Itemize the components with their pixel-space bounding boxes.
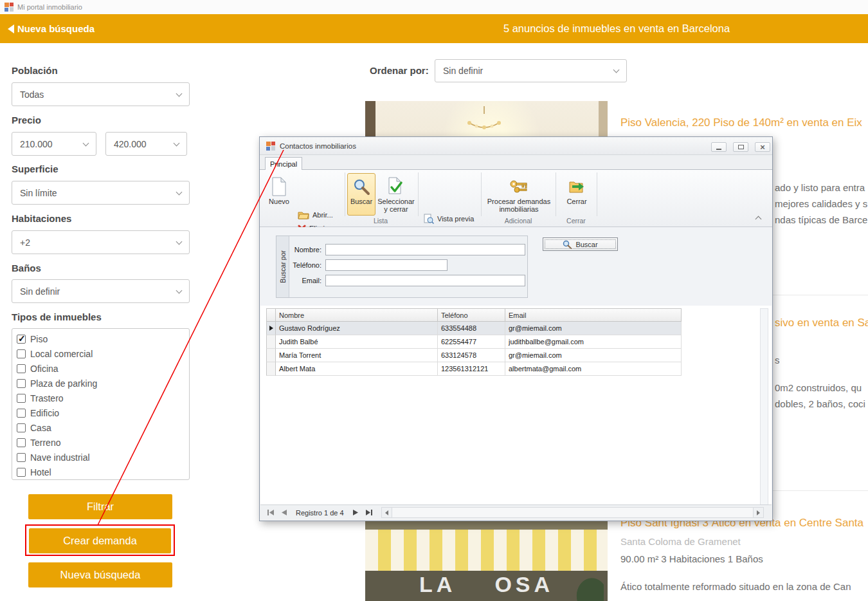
buscar-ribbon-button[interactable]: Buscar [347, 173, 375, 216]
superficie-value: Sin límite [20, 188, 57, 198]
checkbox[interactable] [17, 468, 26, 477]
email-input[interactable] [325, 275, 525, 286]
abrir-button[interactable]: Abrir... [296, 208, 335, 221]
first-record-button[interactable] [266, 508, 276, 518]
checkbox[interactable] [17, 423, 26, 432]
cerrar-button[interactable]: Cerrar [559, 173, 594, 216]
abrir-label: Abrir... [312, 211, 333, 219]
dialog-icon [266, 142, 275, 151]
listing-image[interactable]: LA OSA [365, 518, 608, 601]
nuevo-button[interactable]: Nuevo [265, 173, 293, 216]
maximize-button[interactable] [733, 142, 748, 152]
selected-row-arrow-icon [269, 326, 273, 331]
prev-record-button[interactable] [279, 508, 289, 518]
grid-row[interactable]: Gustavo Rodríguez 633554488 gr@miemail.c… [266, 322, 682, 335]
property-type-item-hotel[interactable]: Hotel [17, 466, 51, 479]
checkbox[interactable] [17, 394, 26, 403]
striped-awning [365, 530, 608, 571]
listing-description-fragment: ndas típicas de Barce [775, 214, 867, 225]
habitaciones-select[interactable]: +2 [12, 230, 190, 254]
procesar-demandas-button[interactable]: Procesar demandas inmobiliarias [485, 173, 553, 216]
checkbox[interactable] [17, 349, 26, 358]
banos-select[interactable]: Sin definir [12, 279, 190, 303]
ribbon-separator [481, 172, 482, 216]
property-type-item-oficina[interactable]: Oficina [17, 362, 59, 375]
crear-demanda-button[interactable]: Crear demanda [29, 528, 171, 553]
email-label: Email: [292, 277, 321, 284]
filtrar-button[interactable]: Filtrar [28, 494, 172, 519]
checkbox[interactable] [17, 379, 26, 388]
horizontal-scrollbar[interactable] [381, 507, 764, 518]
vertical-scrollbar[interactable] [760, 308, 768, 505]
checkbox[interactable] [17, 364, 26, 373]
property-type-item-edificio[interactable]: Edificio [17, 407, 59, 420]
chevron-down-icon [613, 67, 620, 73]
last-record-icon [366, 510, 372, 515]
nueva-busqueda-button[interactable]: Nueva búsqueda [28, 562, 172, 587]
open-folder-icon [298, 210, 309, 219]
precio-max-select[interactable]: 420.000 [105, 132, 187, 156]
grid-row[interactable]: María Torrent 633124578 gr@miemail.com [266, 349, 682, 362]
minimize-button[interactable] [711, 142, 727, 152]
ribbon-separator [345, 172, 345, 216]
chevron-down-icon [176, 238, 183, 245]
results-title: 5 anuncios de inmuebles en venta en Barc… [365, 14, 868, 43]
tab-principal[interactable]: Principal [265, 157, 302, 171]
property-type-item-trastero[interactable]: Trastero [17, 392, 64, 405]
vista-previa-button[interactable]: Vista previa [422, 212, 476, 225]
cell-nombre: Gustavo Rodríguez [276, 322, 438, 335]
close-button[interactable]: × [755, 142, 770, 152]
nombre-input[interactable] [325, 244, 525, 255]
checkbox[interactable] [17, 438, 26, 447]
property-type-item-nave[interactable]: Nave industrial [17, 451, 90, 464]
grid-row[interactable]: Judith Balbé 622554477 judithballbe@gmai… [266, 335, 682, 349]
scroll-right-button[interactable] [753, 508, 763, 517]
listing-title[interactable]: Piso Valencia, 220 Piso de 140m² en vent… [620, 116, 862, 129]
ribbon-collapse-button[interactable] [753, 215, 763, 224]
minimize-icon [716, 149, 721, 150]
buscar-button[interactable]: Buscar [543, 237, 618, 251]
last-record-button[interactable] [364, 508, 374, 518]
column-header-nombre[interactable]: Nombre [276, 308, 438, 322]
seleccionar-cerrar-button[interactable]: Seleccionar y cerrar [377, 173, 415, 216]
search-panel-tab[interactable]: Buscar por [276, 236, 289, 297]
back-button[interactable]: Nueva búsqueda [8, 14, 95, 43]
precio-min-select[interactable]: 210.000 [12, 132, 96, 156]
cell-nombre: Judith Balbé [276, 335, 438, 349]
property-type-item-piso[interactable]: Piso [17, 333, 48, 346]
column-header-email[interactable]: Email [505, 308, 682, 322]
next-record-button[interactable] [350, 508, 361, 518]
column-header-telefono[interactable]: Teléfono [438, 308, 505, 322]
checkbox[interactable] [17, 453, 26, 462]
property-type-item-terreno[interactable]: Terreno [17, 436, 60, 449]
listing-description-fragment: 0m2 construidos, qu [775, 382, 862, 393]
telefono-input[interactable] [325, 259, 448, 271]
property-type-item-local[interactable]: Local comercial [17, 347, 93, 360]
checkbox-label: Edificio [30, 408, 59, 418]
cell-telefono: 633554488 [438, 322, 505, 335]
precio-min-value: 210.000 [20, 139, 53, 149]
chevron-down-icon [83, 140, 89, 146]
sort-select[interactable]: Sin definir [435, 59, 627, 82]
listing-title[interactable]: sivo en venta en Sa [775, 317, 868, 329]
row-indicator [266, 335, 276, 349]
grid-row[interactable]: Albert Mata 123561312121 albertmata@gmai… [266, 362, 682, 376]
back-arrow-icon [8, 24, 14, 33]
habitaciones-value: +2 [20, 237, 30, 248]
listing-description-fragment: dobles, 2 baños, coci [775, 398, 865, 409]
checkbox[interactable] [17, 409, 26, 418]
dialog-titlebar[interactable]: Contactos inmobiliarios [260, 137, 772, 155]
nuevo-label: Nuevo [269, 198, 289, 205]
checkbox[interactable] [17, 335, 26, 344]
precio-label: Precio [12, 115, 41, 125]
poblacion-select[interactable]: Todas [12, 82, 190, 106]
window-titlebar: Mi portal inmobiliario [0, 0, 868, 14]
property-type-item-parking[interactable]: Plaza de parking [17, 377, 97, 390]
superficie-select[interactable]: Sin límite [12, 181, 190, 205]
right-arrow-icon [757, 510, 760, 515]
app-icon [5, 3, 14, 12]
property-type-item-casa[interactable]: Casa [17, 421, 51, 434]
listing-location-fragment: s [775, 355, 780, 365]
checkbox-label: Casa [30, 423, 51, 433]
scroll-left-button[interactable] [382, 508, 392, 517]
